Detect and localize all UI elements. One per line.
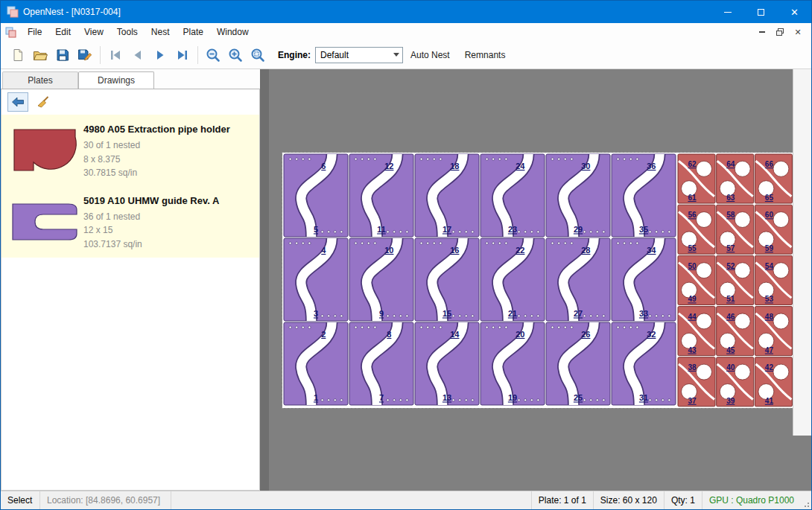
menu-file[interactable]: File bbox=[21, 25, 48, 39]
nav-first-button[interactable] bbox=[104, 44, 127, 66]
nested-part-pair-purple[interactable]: 2625 bbox=[546, 322, 610, 405]
nested-part-pair-purple[interactable]: 3635 bbox=[612, 154, 676, 237]
close-button[interactable]: ✕ bbox=[778, 1, 811, 23]
nested-part-pair-purple[interactable]: 3433 bbox=[612, 238, 676, 321]
nested-parts-layout[interactable]: 6512111817242330293635431091615222128273… bbox=[282, 153, 793, 408]
nested-part-pair-purple[interactable]: 2221 bbox=[480, 238, 545, 321]
panel-splitter[interactable] bbox=[260, 69, 269, 491]
nested-part-pair-red[interactable]: 4443 bbox=[678, 307, 715, 356]
menu-nest[interactable]: Nest bbox=[145, 25, 177, 39]
nested-part-pair-purple[interactable]: 1817 bbox=[415, 154, 479, 237]
nav-prev-button[interactable] bbox=[127, 44, 149, 66]
remnants-button[interactable]: Remnants bbox=[457, 45, 513, 65]
svg-text:6: 6 bbox=[321, 162, 326, 170]
nested-part-pair-red[interactable]: 4847 bbox=[755, 307, 792, 356]
nested-part-pair-purple[interactable]: 1413 bbox=[415, 322, 479, 405]
svg-text:61: 61 bbox=[688, 194, 697, 202]
nav-next-button[interactable] bbox=[149, 44, 171, 66]
zoom-window-button[interactable] bbox=[247, 44, 269, 66]
nested-part-pair-purple[interactable]: 3231 bbox=[612, 322, 676, 405]
save-button[interactable] bbox=[51, 44, 74, 66]
nested-part-pair-red[interactable]: 5251 bbox=[717, 255, 754, 305]
svg-text:43: 43 bbox=[688, 346, 697, 354]
svg-text:42: 42 bbox=[765, 363, 774, 372]
nested-part-pair-red[interactable]: 3837 bbox=[678, 357, 715, 407]
svg-text:51: 51 bbox=[726, 295, 735, 303]
nested-part-pair-purple[interactable]: 2019 bbox=[480, 322, 545, 405]
svg-text:20: 20 bbox=[516, 330, 524, 339]
vertical-scrollbar[interactable] bbox=[793, 69, 811, 436]
plate[interactable]: 6512111817242330293635431091615222128273… bbox=[282, 153, 793, 408]
engine-dropdown[interactable]: Default bbox=[315, 47, 403, 63]
zoom-in-button[interactable] bbox=[224, 44, 247, 66]
svg-text:13: 13 bbox=[443, 393, 451, 402]
drawing-item-uhmw-guide[interactable]: 5019 A10 UHMW guide Rev. A 36 of 1 neste… bbox=[1, 186, 259, 258]
content-area: Plates Drawings bbox=[1, 69, 811, 491]
nested-part-pair-red[interactable]: 4645 bbox=[717, 307, 754, 356]
resize-grip[interactable] bbox=[801, 491, 811, 509]
nested-part-pair-red[interactable]: 5655 bbox=[678, 205, 715, 254]
menu-window[interactable]: Window bbox=[210, 25, 256, 39]
svg-text:47: 47 bbox=[765, 346, 774, 354]
nested-part-pair-purple[interactable]: 2827 bbox=[546, 238, 610, 321]
tab-plates[interactable]: Plates bbox=[2, 71, 78, 89]
save-as-icon bbox=[77, 48, 92, 62]
nested-part-pair-red[interactable]: 5453 bbox=[755, 255, 792, 305]
menu-edit[interactable]: Edit bbox=[48, 25, 77, 39]
drawings-toolbar bbox=[1, 89, 259, 115]
zoom-out-button[interactable] bbox=[202, 44, 224, 66]
nested-part-pair-purple[interactable]: 1211 bbox=[349, 154, 413, 237]
minimize-button[interactable] bbox=[711, 1, 744, 23]
nested-part-pair-red[interactable]: 6059 bbox=[755, 205, 792, 254]
drawing-title: 4980 A05 Extraction pipe holder bbox=[83, 124, 255, 135]
nested-part-pair-purple[interactable]: 65 bbox=[284, 154, 348, 237]
svg-text:45: 45 bbox=[726, 346, 735, 354]
nested-part-pair-red[interactable]: 5857 bbox=[717, 205, 754, 254]
nested-part-pair-red[interactable]: 6665 bbox=[755, 154, 792, 203]
nested-part-pair-purple[interactable]: 109 bbox=[349, 238, 413, 321]
drawing-thumbnail bbox=[6, 121, 83, 180]
new-button[interactable] bbox=[7, 44, 29, 66]
document-window-icon bbox=[5, 27, 16, 38]
engine-label: Engine: bbox=[278, 50, 311, 60]
mdi-close-button[interactable]: ✕ bbox=[789, 25, 807, 39]
svg-text:27: 27 bbox=[574, 309, 583, 318]
menu-tools[interactable]: Tools bbox=[110, 25, 145, 39]
svg-text:9: 9 bbox=[379, 309, 384, 318]
broom-icon bbox=[37, 95, 50, 109]
nested-part-pair-red[interactable]: 6463 bbox=[717, 154, 754, 203]
mdi-minimize-button[interactable] bbox=[753, 25, 771, 39]
svg-text:63: 63 bbox=[726, 194, 735, 202]
nested-part-pair-red[interactable]: 6261 bbox=[678, 154, 715, 203]
nested-part-pair-red[interactable]: 4241 bbox=[755, 357, 792, 407]
maximize-button[interactable] bbox=[744, 1, 778, 23]
nav-last-button[interactable] bbox=[171, 44, 194, 66]
nav-last-icon bbox=[176, 49, 189, 61]
menu-view[interactable]: View bbox=[77, 25, 110, 39]
clear-button[interactable] bbox=[33, 92, 54, 112]
tab-drawings[interactable]: Drawings bbox=[78, 71, 154, 89]
mdi-restore-button[interactable] bbox=[771, 25, 789, 39]
open-button[interactable] bbox=[29, 44, 51, 66]
nested-part-pair-purple[interactable]: 21 bbox=[284, 322, 348, 405]
mdi-controls: ✕ bbox=[753, 25, 811, 39]
svg-text:34: 34 bbox=[647, 246, 656, 255]
nest-canvas[interactable]: 6512111817242330293635431091615222128273… bbox=[269, 69, 811, 491]
auto-nest-button[interactable]: Auto Nest bbox=[403, 45, 457, 65]
save-as-button[interactable] bbox=[74, 44, 96, 66]
svg-text:62: 62 bbox=[688, 160, 697, 168]
nested-part-pair-purple[interactable]: 3029 bbox=[546, 154, 610, 237]
svg-text:8: 8 bbox=[387, 330, 391, 339]
nested-part-pair-purple[interactable]: 43 bbox=[284, 238, 348, 321]
drawing-item-extraction-pipe-holder[interactable]: 4980 A05 Extraction pipe holder 30 of 1 … bbox=[1, 115, 259, 186]
menu-plate[interactable]: Plate bbox=[177, 25, 210, 39]
drawing-nested-count: 36 of 1 nested bbox=[83, 210, 255, 224]
nested-part-pair-purple[interactable]: 1615 bbox=[415, 238, 479, 321]
nested-part-pair-purple[interactable]: 87 bbox=[349, 322, 413, 405]
send-to-plate-button[interactable] bbox=[7, 92, 28, 112]
nested-part-pair-red[interactable]: 5049 bbox=[678, 255, 715, 305]
svg-text:19: 19 bbox=[508, 393, 517, 402]
nested-part-pair-red[interactable]: 4039 bbox=[717, 357, 754, 407]
engine-selected-value: Default bbox=[316, 50, 390, 60]
nested-part-pair-purple[interactable]: 2423 bbox=[480, 154, 545, 237]
